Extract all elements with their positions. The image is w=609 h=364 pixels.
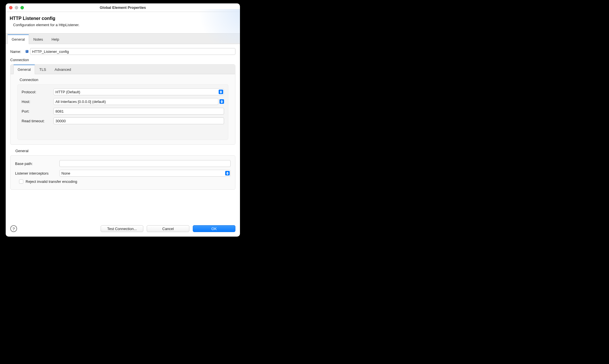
connection-sublabel: Connection: [20, 78, 232, 82]
traffic-lights: [6, 6, 24, 9]
general-section-label: General: [15, 149, 235, 153]
footer: ? Test Connection... Cancel OK: [6, 222, 240, 237]
inner-tab-tls[interactable]: TLS: [35, 65, 50, 74]
port-label: Port:: [22, 109, 53, 113]
chevron-up-down-icon: [225, 171, 230, 175]
connection-inner-tabs: General TLS Advanced: [11, 65, 235, 74]
test-connection-button[interactable]: Test Connection...: [101, 225, 143, 232]
tab-notes[interactable]: Notes: [29, 34, 47, 44]
maximize-icon[interactable]: [20, 6, 24, 9]
connection-group: General TLS Advanced Connection Protocol…: [10, 64, 235, 145]
inner-tab-general[interactable]: General: [13, 65, 35, 74]
read-timeout-label: Read timeout:: [22, 119, 53, 123]
chevron-up-down-icon: [219, 99, 224, 104]
interceptors-select[interactable]: None: [59, 170, 231, 177]
protocol-select[interactable]: HTTP (Default): [53, 88, 224, 95]
ok-button[interactable]: OK: [193, 225, 235, 232]
cancel-button[interactable]: Cancel: [147, 225, 189, 232]
connection-section-label: Connection: [10, 58, 235, 62]
name-input[interactable]: [30, 48, 235, 55]
chevron-up-down-icon: [219, 90, 223, 94]
host-value: All Interfaces [0.0.0.0] (default): [55, 100, 106, 104]
interceptors-value: None: [61, 171, 70, 175]
port-input[interactable]: [53, 108, 224, 115]
host-select[interactable]: All Interfaces [0.0.0.0] (default): [53, 98, 224, 105]
tab-help[interactable]: Help: [47, 34, 63, 44]
reject-invalid-label: Reject invalid transfer encoding: [26, 179, 77, 184]
read-timeout-input[interactable]: [53, 117, 224, 124]
tab-general[interactable]: General: [7, 34, 29, 44]
protocol-value: HTTP (Default): [55, 90, 80, 94]
interceptors-label: Listener interceptors: [15, 171, 59, 175]
info-icon: [26, 50, 28, 53]
base-path-label: Base path:: [15, 162, 59, 166]
content-area: Name: Connection General TLS Advanced Co…: [6, 44, 240, 222]
general-group: Base path: Listener interceptors None Re…: [10, 155, 235, 190]
connection-subgroup: Protocol: HTTP (Default) Host: All Inter…: [17, 84, 228, 140]
minimize-icon: [15, 6, 18, 9]
inner-tab-advanced[interactable]: Advanced: [50, 65, 75, 74]
close-icon[interactable]: [9, 6, 13, 9]
header: HTTP Listener config Configuration eleme…: [6, 12, 240, 33]
name-label: Name:: [10, 49, 25, 54]
protocol-label: Protocol:: [22, 90, 53, 94]
page-description: Configuration element for a HttpListener…: [10, 23, 236, 27]
help-icon[interactable]: ?: [10, 225, 17, 232]
host-label: Host:: [22, 100, 53, 104]
dialog-window: Global Element Properties HTTP Listener …: [6, 3, 240, 237]
base-path-input[interactable]: [59, 160, 231, 167]
page-title: HTTP Listener config: [10, 16, 236, 21]
reject-invalid-checkbox[interactable]: [19, 179, 23, 184]
